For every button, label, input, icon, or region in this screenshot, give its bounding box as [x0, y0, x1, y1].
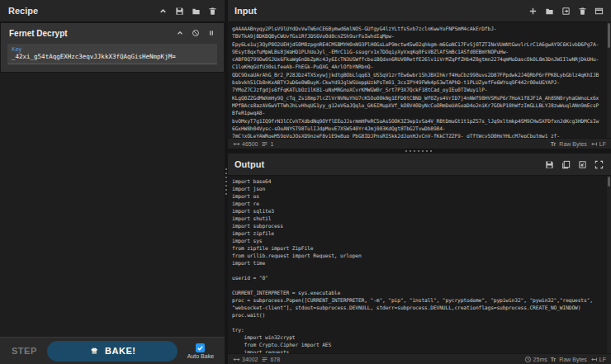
output-eol-button[interactable]: LF: [590, 356, 606, 363]
lines-icon: [261, 356, 268, 363]
operation-name: Fernet Decrypt: [9, 29, 68, 38]
load-recipe-folder-icon[interactable]: [190, 5, 201, 17]
save-recipe-icon[interactable]: [173, 5, 185, 17]
input-status-bar: 46500 1 Tr Raw Bytes LF: [228, 138, 611, 149]
save-output-icon[interactable]: [543, 158, 555, 170]
open-folder-icon[interactable]: [543, 5, 555, 17]
operation-header: Fernet Decrypt: [1, 23, 224, 41]
input-title: Input: [234, 6, 257, 16]
output-viewer[interactable]: import base64 import json import os impo…: [228, 176, 611, 353]
bake-button-label: BAKE!: [105, 346, 135, 356]
input-charenc-button[interactable]: Tr: [551, 141, 557, 147]
input-encoding-value[interactable]: Raw Bytes: [559, 141, 586, 147]
input-header: Input: [228, 0, 611, 22]
clear-io-trash-icon[interactable]: [576, 5, 588, 17]
breakpoint-pause-icon[interactable]: [206, 27, 217, 39]
collapse-icon[interactable]: [157, 5, 168, 17]
copy-output-icon[interactable]: [560, 158, 571, 170]
bake-bar: STEP BAKE! Auto Bake: [0, 337, 225, 364]
op-collapse-icon[interactable]: [174, 27, 186, 39]
output-status-bar: 34002 678 25ms Tr Raw Bytes LF: [228, 353, 611, 364]
output-encoding-value[interactable]: Raw Bytes: [559, 357, 586, 362]
output-charenc-button[interactable]: Tr: [551, 357, 557, 362]
cyberchef-app: Recipe Fernet Decrypt: [0, 0, 611, 364]
recipe-header: Recipe: [0, 0, 225, 22]
key-field[interactable]: Key _42xi_g54tAqgEXHzc3eqvJJkkX3fQAqGisH…: [7, 44, 217, 64]
bake-button[interactable]: BAKE!: [47, 341, 178, 362]
output-lines-indicator: 678: [261, 356, 280, 363]
recipe-list[interactable]: Fernet Decrypt Key _42xi_g54tAqgEXHzc3eq…: [0, 22, 225, 337]
output-title: Output: [234, 159, 264, 169]
bake-time-indicator: 25ms: [524, 356, 547, 363]
input-scrollbar[interactable]: [607, 22, 611, 138]
output-scrollbar[interactable]: [607, 176, 611, 353]
recipe-title: Recipe: [8, 6, 38, 16]
clear-recipe-trash-icon[interactable]: [206, 5, 218, 17]
auto-bake-control: Auto Bake: [187, 343, 214, 359]
input-lines-indicator: 1: [261, 140, 273, 148]
output-text[interactable]: import base64 import json import os impo…: [228, 176, 611, 353]
clock-icon: [524, 356, 532, 363]
lines-icon: [261, 140, 268, 148]
length-icon: [233, 140, 240, 148]
recipe-panel: Recipe Fernet Decrypt: [0, 0, 225, 364]
open-file-icon[interactable]: [560, 5, 571, 17]
key-field-label: Key: [12, 45, 213, 53]
replace-input-icon[interactable]: [576, 158, 588, 170]
eol-arrow-icon: [590, 140, 598, 148]
disable-operation-icon[interactable]: [190, 27, 201, 39]
io-column: Input gAAAAABnyqy2PlsV9lUYdDvVwTW6nCE6By: [228, 0, 611, 364]
output-panel: Output import base64 import json import …: [228, 154, 611, 364]
input-panel: Input gAAAAABnyqy2PlsV9lUYdDvVwTW6nCE6By: [228, 0, 611, 149]
chef-hat-icon: [88, 345, 100, 357]
step-button[interactable]: STEP: [12, 346, 37, 356]
auto-bake-checkbox[interactable]: [196, 343, 205, 352]
input-length-indicator: 46500: [233, 140, 258, 148]
output-length-indicator: 34002: [233, 356, 258, 363]
eol-arrow-icon: [590, 356, 598, 363]
input-eol-button[interactable]: LF: [590, 140, 606, 148]
auto-bake-label: Auto Bake: [187, 353, 214, 359]
input-text[interactable]: gAAAAABnyqy2PlsV9lUYdDvVwTW6nCE6Bymwd6ml…: [228, 22, 611, 138]
operation-fernet-decrypt[interactable]: Fernet Decrypt Key _42xi_g54tAqgEXHzc3eq…: [0, 22, 225, 73]
length-icon: [233, 356, 240, 363]
key-field-value[interactable]: _42xi_g54tAqgEXHzc3eqvJJkkX3fQAqGisHeNmp…: [12, 53, 213, 61]
output-header: Output: [228, 154, 611, 176]
maximise-pane-icon[interactable]: [593, 5, 604, 17]
input-editor[interactable]: gAAAAABnyqy2PlsV9lUYdDvVwTW6nCE6Bymwd6ml…: [228, 22, 611, 138]
add-input-tab-icon[interactable]: [527, 5, 538, 17]
expand-output-icon[interactable]: [593, 158, 604, 170]
